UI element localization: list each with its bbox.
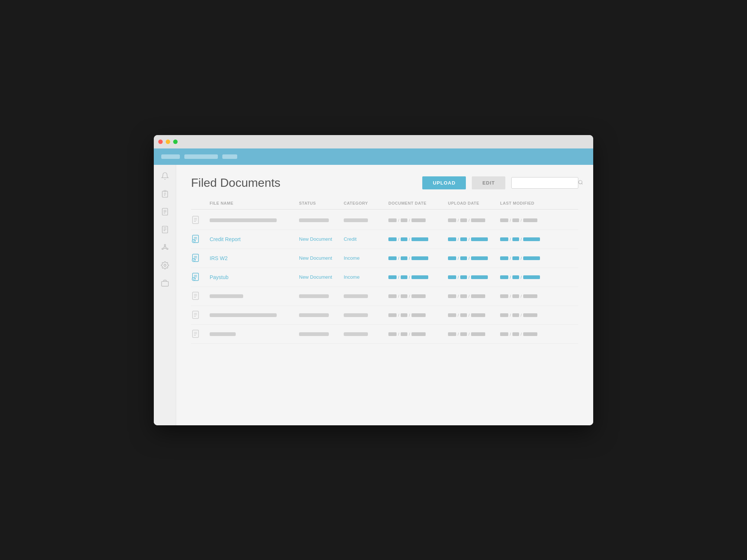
status-text: New Document bbox=[299, 236, 344, 242]
table-header: FILE NAME STATUS CATEGORY DOCUMENT DATE … bbox=[191, 201, 578, 209]
filename-text[interactable]: IRS W2 bbox=[210, 255, 299, 261]
svg-point-10 bbox=[164, 264, 166, 266]
svg-rect-2 bbox=[162, 226, 168, 233]
lastmod-cell: / / bbox=[500, 313, 556, 317]
svg-point-3 bbox=[164, 246, 166, 249]
close-button[interactable] bbox=[158, 140, 163, 144]
main-layout: Filed Documents UPLOAD EDIT FILE NAME ST… bbox=[154, 165, 593, 425]
status-text: New Document bbox=[299, 255, 344, 261]
briefcase-icon[interactable] bbox=[160, 278, 170, 288]
category-text: Income bbox=[344, 274, 388, 280]
settings-icon[interactable] bbox=[160, 260, 170, 271]
svg-point-6 bbox=[162, 248, 163, 249]
sidebar bbox=[154, 165, 176, 425]
table-row: Credit Report New Document Credit / / / bbox=[191, 230, 578, 249]
filename-placeholder bbox=[210, 313, 277, 317]
filename-placeholder bbox=[210, 218, 277, 222]
clipboard-icon[interactable] bbox=[160, 189, 170, 199]
svg-point-13 bbox=[579, 180, 582, 183]
category-text: Income bbox=[344, 255, 388, 261]
doc-checked-icon bbox=[191, 253, 201, 263]
search-icon bbox=[578, 180, 583, 186]
uploaddate-cell: / / bbox=[448, 218, 500, 223]
svg-point-5 bbox=[166, 248, 168, 249]
search-box bbox=[511, 177, 578, 189]
col-header-lastmod: LAST MODIFIED bbox=[500, 201, 556, 205]
bell-icon[interactable] bbox=[160, 171, 170, 181]
title-bar bbox=[154, 135, 593, 148]
lastmod-cell: / / bbox=[500, 237, 556, 241]
doc-checked-icon bbox=[191, 272, 201, 282]
nav-item-2 bbox=[184, 154, 218, 159]
table-row: Paystub New Document Income / / / bbox=[191, 268, 578, 287]
status-placeholder bbox=[299, 313, 329, 317]
upload-button[interactable]: UPLOAD bbox=[422, 176, 466, 189]
docdate-cell: / / bbox=[388, 294, 448, 298]
svg-rect-11 bbox=[161, 281, 168, 286]
doc-icon bbox=[191, 291, 201, 301]
filename-placeholder bbox=[210, 332, 236, 336]
col-header-docdate: DOCUMENT DATE bbox=[388, 201, 448, 205]
category-text: Credit bbox=[344, 236, 388, 242]
col-header-category: CATEGORY bbox=[344, 201, 388, 205]
content-header: Filed Documents UPLOAD EDIT bbox=[191, 176, 578, 190]
lastmod-cell: / / bbox=[500, 275, 556, 279]
nav-item-1 bbox=[161, 154, 180, 159]
edit-button[interactable]: EDIT bbox=[472, 176, 505, 189]
lastmod-cell: / / bbox=[500, 218, 556, 223]
table-row: / / / / bbox=[191, 211, 578, 230]
page-title: Filed Documents bbox=[191, 176, 416, 190]
app-window: Filed Documents UPLOAD EDIT FILE NAME ST… bbox=[154, 135, 593, 425]
uploaddate-cell: / / bbox=[448, 332, 500, 336]
lastmod-cell: / / bbox=[500, 256, 556, 260]
uploaddate-cell: / / bbox=[448, 237, 500, 241]
lastmod-cell: / / bbox=[500, 332, 556, 336]
category-placeholder bbox=[344, 218, 368, 222]
nav-item-3 bbox=[222, 154, 237, 159]
svg-point-4 bbox=[164, 244, 166, 246]
network-icon[interactable] bbox=[160, 242, 170, 253]
uploaddate-cell: / / bbox=[448, 275, 500, 279]
col-header-status: STATUS bbox=[299, 201, 344, 205]
nav-bar bbox=[154, 148, 593, 165]
svg-line-14 bbox=[582, 183, 583, 184]
document-table: FILE NAME STATUS CATEGORY DOCUMENT DATE … bbox=[191, 201, 578, 344]
doc-checked-icon bbox=[191, 234, 201, 244]
category-placeholder bbox=[344, 294, 368, 298]
status-placeholder bbox=[299, 332, 329, 336]
filename-text[interactable]: Paystub bbox=[210, 274, 299, 280]
status-text: New Document bbox=[299, 274, 344, 280]
table-row: / / / / / bbox=[191, 325, 578, 344]
search-input[interactable] bbox=[515, 180, 578, 186]
uploaddate-cell: / / bbox=[448, 313, 500, 317]
doc-icon bbox=[191, 310, 201, 320]
docdate-cell: / / bbox=[388, 237, 448, 241]
docdate-cell: / / bbox=[388, 256, 448, 260]
maximize-button[interactable] bbox=[173, 140, 178, 144]
status-placeholder bbox=[299, 218, 329, 222]
doc-icon bbox=[191, 329, 201, 339]
table-row: / / / / / bbox=[191, 306, 578, 325]
category-placeholder bbox=[344, 313, 368, 317]
minimize-button[interactable] bbox=[166, 140, 170, 144]
uploaddate-cell: / / bbox=[448, 256, 500, 260]
category-placeholder bbox=[344, 332, 368, 336]
doc-icon bbox=[191, 215, 201, 225]
col-header-filename: FILE NAME bbox=[210, 201, 299, 205]
table-row: IRS W2 New Document Income / / / / bbox=[191, 249, 578, 268]
docdate-cell: / / bbox=[388, 332, 448, 336]
docdate-cell: / / bbox=[388, 218, 448, 223]
document-icon[interactable] bbox=[160, 207, 170, 217]
col-header-icon bbox=[191, 201, 210, 205]
document-list-icon[interactable] bbox=[160, 224, 170, 235]
docdate-cell: / / bbox=[388, 313, 448, 317]
docdate-cell: / / bbox=[388, 275, 448, 279]
svg-rect-0 bbox=[164, 190, 166, 192]
col-header-uploaddate: UPLOAD DATE bbox=[448, 201, 500, 205]
status-placeholder bbox=[299, 294, 329, 298]
table-row: / / / / / bbox=[191, 287, 578, 306]
content-area: Filed Documents UPLOAD EDIT FILE NAME ST… bbox=[176, 165, 593, 425]
filename-text[interactable]: Credit Report bbox=[210, 236, 299, 242]
uploaddate-cell: / / bbox=[448, 294, 500, 298]
filename-placeholder bbox=[210, 294, 243, 298]
